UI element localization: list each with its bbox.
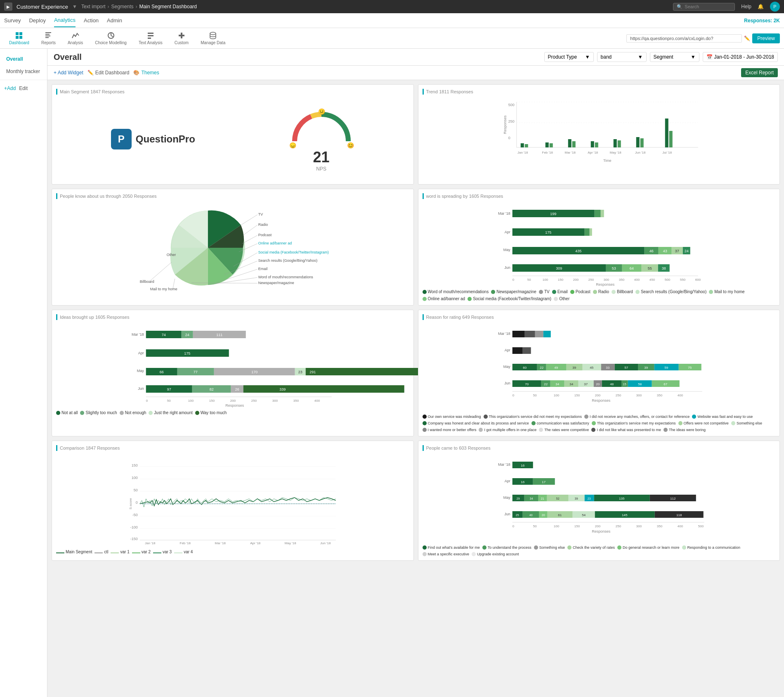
- sidebar-item-monthly-tracker[interactable]: Monthly tracker: [0, 65, 47, 78]
- nav-admin[interactable]: Admin: [107, 14, 122, 27]
- main-content: Overall Product Type ▼ band ▼ Segment ▼ …: [47, 49, 784, 697]
- svg-text:Mar '18: Mar '18: [498, 462, 510, 467]
- nav-action[interactable]: Action: [84, 14, 99, 27]
- svg-text:26: 26: [235, 387, 239, 391]
- help-label[interactable]: Help: [741, 4, 751, 9]
- svg-text:May '18: May '18: [285, 541, 296, 545]
- svg-text:400: 400: [634, 278, 640, 282]
- breadcrumb: Text import › Segments › Main Segment Da…: [81, 4, 197, 9]
- svg-text:Apr: Apr: [504, 230, 510, 234]
- nav-item-choice-modelling[interactable]: Choice Modelling: [90, 30, 132, 47]
- notification-icon[interactable]: 🔔: [758, 4, 764, 9]
- add-link[interactable]: +Add: [4, 85, 16, 91]
- breadcrumb-item-1[interactable]: Text import: [81, 4, 106, 9]
- nav-item-text-analysis[interactable]: Text Analysis: [134, 30, 168, 47]
- nav-choice-label: Choice Modelling: [95, 40, 127, 45]
- nav-custom-label: Custom: [175, 40, 189, 45]
- svg-text:20: 20: [541, 514, 545, 517]
- svg-text:Jun: Jun: [504, 266, 510, 270]
- svg-text:54: 54: [582, 513, 586, 517]
- svg-text:135: 135: [619, 497, 625, 500]
- excel-report-button[interactable]: Excel Report: [741, 68, 778, 77]
- svg-text:Feb '18: Feb '18: [180, 541, 191, 545]
- svg-text:Other: Other: [167, 253, 176, 257]
- preview-button[interactable]: Preview: [752, 33, 780, 43]
- sidebar-item-overall[interactable]: Overall: [0, 53, 47, 65]
- pencil-icon: ✏️: [87, 70, 94, 76]
- svg-text:34: 34: [555, 382, 559, 386]
- svg-text:43: 43: [663, 249, 667, 253]
- svg-rect-29: [545, 142, 548, 147]
- top-bar-right: 🔍 Search Help 🔔 P: [673, 2, 780, 12]
- svg-text:175: 175: [545, 230, 551, 235]
- nav-item-manage-data[interactable]: Manage Data: [196, 30, 230, 47]
- dropdown-arrow: ▼: [585, 54, 590, 60]
- url-input[interactable]: [626, 34, 742, 43]
- svg-rect-39: [665, 119, 668, 147]
- edit-url-icon[interactable]: ✏️: [744, 36, 750, 41]
- svg-rect-27: [520, 143, 524, 147]
- date-range-picker[interactable]: 📅 Jan-01-2018 - Jun-30-2018: [703, 52, 778, 62]
- band-dropdown[interactable]: band ▼: [597, 52, 647, 62]
- search-box[interactable]: 🔍 Search: [673, 3, 735, 11]
- svg-text:0: 0: [512, 524, 514, 528]
- people-came-widget: People came to 603 Responses Mar '18 Apr…: [418, 441, 780, 561]
- nav-deploy[interactable]: Deploy: [29, 14, 45, 27]
- nav-item-reports[interactable]: Reports: [36, 30, 61, 47]
- svg-text:22: 22: [540, 366, 543, 370]
- svg-text:75: 75: [688, 366, 692, 370]
- svg-text:Mar '18: Mar '18: [498, 211, 510, 216]
- svg-text:50: 50: [533, 394, 536, 397]
- svg-text:55: 55: [647, 266, 652, 270]
- svg-rect-34: [595, 142, 598, 147]
- ideas-widget: Ideas brought up 1605 Responses Mar '18 …: [52, 310, 414, 436]
- svg-text:250: 250: [615, 394, 621, 397]
- svg-text:350: 350: [656, 524, 662, 528]
- trend-chart: 500 250 0: [423, 98, 776, 164]
- word-spreading-chart: Mar '18 Apr May Jun 199 175 43: [423, 202, 776, 285]
- svg-point-16: [210, 32, 216, 35]
- add-widget-btn[interactable]: + Add Widget: [54, 70, 83, 76]
- svg-text:Jun: Jun: [138, 386, 144, 391]
- svg-text:😊: 😊: [347, 142, 354, 149]
- svg-rect-171: [522, 347, 531, 354]
- svg-text:400: 400: [314, 399, 320, 403]
- nav-dashboard-label: Dashboard: [9, 40, 29, 45]
- sidebar-divider: [0, 80, 47, 80]
- svg-text:16: 16: [521, 480, 524, 484]
- user-avatar[interactable]: P: [770, 2, 780, 12]
- svg-text:Responses: Responses: [503, 115, 507, 134]
- nav-survey[interactable]: Survey: [4, 14, 21, 27]
- svg-text:Social media (Facebook/Twitter: Social media (Facebook/Twitter/Instagram…: [258, 250, 329, 254]
- workspace-label[interactable]: Customer Experience: [17, 4, 68, 10]
- reason-rating-widget: Reason for rating 649 Responses Mar '18 …: [418, 310, 780, 436]
- svg-text:291: 291: [309, 370, 316, 374]
- svg-text:Time: Time: [603, 159, 611, 163]
- nav-item-analysis[interactable]: Analysis: [63, 30, 88, 47]
- nav-item-dashboard[interactable]: Dashboard: [4, 30, 34, 47]
- svg-text:59: 59: [664, 366, 668, 370]
- svg-text:😞: 😞: [289, 142, 296, 149]
- svg-text:40: 40: [529, 514, 532, 517]
- nps-gauge: 😞 😐 😊 21 NPS: [288, 106, 354, 172]
- nav-reports-label: Reports: [41, 40, 56, 45]
- nav-analytics[interactable]: Analytics: [54, 14, 76, 27]
- svg-rect-12: [148, 35, 153, 36]
- ideas-legend: Not at all Slightly too much Not enough …: [56, 410, 409, 415]
- themes-btn[interactable]: 🎨 Themes: [133, 70, 159, 76]
- svg-rect-2: [16, 36, 19, 39]
- svg-line-55: [242, 235, 257, 244]
- svg-text:37: 37: [584, 382, 588, 386]
- nav-item-custom[interactable]: Custom: [170, 30, 194, 47]
- edit-link[interactable]: Edit: [19, 85, 28, 91]
- edit-dashboard-btn[interactable]: ✏️ Edit Dashboard: [87, 70, 130, 76]
- breadcrumb-item-2[interactable]: Segments: [111, 4, 134, 9]
- svg-text:Responses: Responses: [592, 398, 611, 403]
- ideas-chart: Mar '18 Apr May Jun 74 24 111 175: [56, 323, 409, 406]
- svg-text:15: 15: [623, 383, 626, 386]
- segment-dropdown[interactable]: Segment ▼: [650, 52, 699, 62]
- svg-text:TV: TV: [258, 212, 263, 216]
- svg-text:50: 50: [527, 278, 531, 282]
- product-type-dropdown[interactable]: Product Type ▼: [544, 52, 594, 62]
- svg-rect-28: [524, 144, 528, 147]
